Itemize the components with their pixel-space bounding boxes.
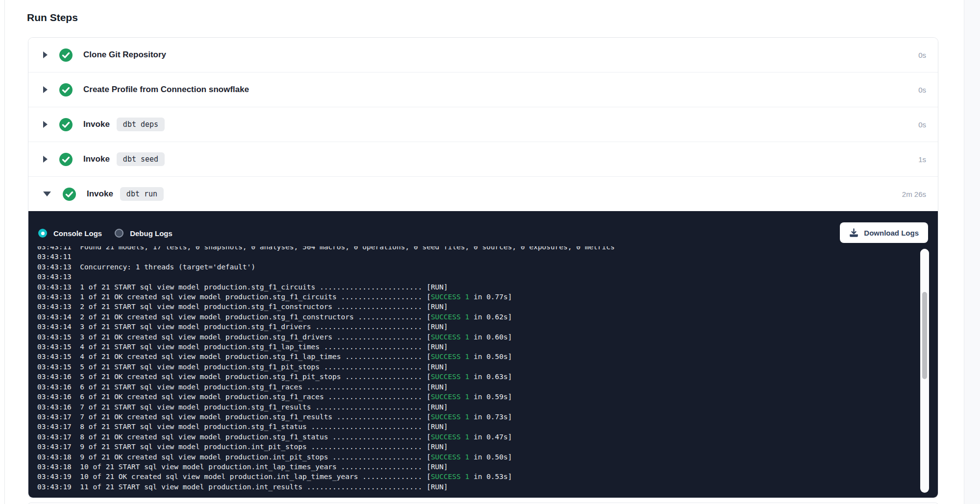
download-logs-button[interactable]: Download Logs bbox=[840, 222, 928, 243]
console-logs-label[interactable]: Console Logs bbox=[53, 229, 102, 238]
console-logs-radio[interactable] bbox=[38, 229, 47, 238]
log-line: 03:43:16 6 of 21 OK created sql view mod… bbox=[37, 392, 919, 402]
console-log-output[interactable]: 03:43:11 Found 21 models, 17 tests, 0 sn… bbox=[37, 246, 919, 496]
log-scrollbar-track[interactable] bbox=[920, 249, 929, 493]
expand-caret-icon[interactable] bbox=[43, 156, 48, 163]
step-label: Create Profile from Connection snowflake bbox=[83, 85, 249, 95]
log-line: 03:43:14 3 of 21 START sql view model pr… bbox=[37, 322, 919, 332]
log-line: 03:43:15 4 of 21 START sql view model pr… bbox=[37, 342, 919, 352]
log-line: 03:43:15 4 of 21 OK created sql view mod… bbox=[37, 352, 919, 361]
step-label: Invoke bbox=[83, 120, 110, 129]
step-duration: 1s bbox=[918, 155, 926, 164]
log-line: 03:43:13 1 of 21 OK created sql view mod… bbox=[37, 292, 919, 302]
log-line: 03:43:15 3 of 21 OK created sql view mod… bbox=[37, 332, 919, 342]
log-line: 03:43:11 Found 21 models, 17 tests, 0 sn… bbox=[37, 246, 919, 252]
step-label: Clone Git Repository bbox=[83, 50, 166, 60]
debug-logs-label[interactable]: Debug Logs bbox=[130, 229, 172, 238]
step-duration: 2m 26s bbox=[902, 190, 926, 198]
step-command-badge: dbt seed bbox=[117, 152, 165, 166]
expand-caret-icon[interactable] bbox=[43, 51, 48, 58]
log-line: 03:43:13 Concurrency: 1 threads (target=… bbox=[37, 262, 919, 272]
log-line: 03:43:16 5 of 21 OK created sql view mod… bbox=[37, 372, 919, 382]
log-line: 03:43:17 8 of 21 START sql view model pr… bbox=[37, 422, 919, 432]
log-line: 03:43:18 10 of 21 START sql view model p… bbox=[37, 462, 919, 472]
debug-logs-option[interactable]: Debug Logs bbox=[115, 229, 172, 238]
console-logs-option[interactable]: Console Logs bbox=[38, 229, 102, 238]
run-steps-card: Clone Git Repository 0s Create Profile f… bbox=[28, 37, 938, 498]
log-line: 03:43:16 7 of 21 START sql view model pr… bbox=[37, 402, 919, 412]
run-step-row[interactable]: Invoke dbt seed 1s bbox=[28, 142, 938, 176]
step-label: Invoke bbox=[87, 189, 113, 199]
success-check-icon bbox=[63, 188, 76, 201]
log-scrollbar-thumb[interactable] bbox=[922, 292, 927, 379]
log-type-radio-group: Console Logs Debug Logs bbox=[38, 229, 172, 238]
log-line: 03:43:18 9 of 21 OK created sql view mod… bbox=[37, 452, 919, 462]
download-logs-button-label: Download Logs bbox=[864, 229, 919, 237]
success-check-icon bbox=[59, 48, 73, 62]
expand-caret-icon[interactable] bbox=[43, 121, 48, 128]
run-step-row[interactable]: Clone Git Repository 0s bbox=[28, 38, 938, 72]
step-logs-panel: Console Logs Debug Logs Download Logs 03… bbox=[28, 211, 938, 498]
run-step-row[interactable]: Create Profile from Connection snowflake… bbox=[28, 72, 938, 107]
expand-caret-icon[interactable] bbox=[43, 192, 51, 196]
run-step-row[interactable]: Invoke dbt deps 0s bbox=[28, 107, 938, 142]
step-command-badge: dbt deps bbox=[117, 118, 165, 131]
success-check-icon bbox=[59, 118, 73, 131]
log-line: 03:43:17 9 of 21 START sql view model pr… bbox=[37, 442, 919, 452]
log-line: 03:43:19 10 of 21 OK created sql view mo… bbox=[37, 472, 919, 481]
success-check-icon bbox=[59, 83, 73, 96]
page-title: Run Steps bbox=[27, 12, 78, 24]
debug-logs-radio[interactable] bbox=[115, 229, 123, 238]
left-panel-divider bbox=[4, 0, 5, 504]
step-label: Invoke bbox=[83, 154, 110, 164]
log-line: 03:43:17 8 of 21 OK created sql view mod… bbox=[37, 432, 919, 442]
step-duration: 0s bbox=[918, 120, 926, 129]
log-line: 03:43:13 1 of 21 START sql view model pr… bbox=[37, 282, 919, 292]
log-line: 03:43:15 5 of 21 START sql view model pr… bbox=[37, 362, 919, 372]
log-line: 03:43:13 2 of 21 START sql view model pr… bbox=[37, 302, 919, 312]
log-line: 03:43:16 6 of 21 START sql view model pr… bbox=[37, 382, 919, 392]
download-icon bbox=[849, 228, 858, 238]
log-line: 03:43:11 bbox=[37, 252, 919, 262]
log-line: 03:43:14 2 of 21 OK created sql view mod… bbox=[37, 312, 919, 322]
log-line: 03:43:19 11 of 21 START sql view model p… bbox=[37, 482, 919, 492]
step-duration: 0s bbox=[918, 86, 926, 94]
step-duration: 0s bbox=[918, 51, 926, 59]
step-command-badge: dbt run bbox=[120, 187, 164, 201]
log-line: 03:43:13 bbox=[37, 272, 919, 282]
run-step-row[interactable]: Invoke dbt run 2m 26s bbox=[28, 176, 938, 211]
expand-caret-icon[interactable] bbox=[43, 86, 48, 93]
run-steps-list: Clone Git Repository 0s Create Profile f… bbox=[28, 38, 938, 211]
log-line: 03:43:17 7 of 21 OK created sql view mod… bbox=[37, 412, 919, 422]
success-check-icon bbox=[59, 153, 73, 166]
right-side-rail bbox=[964, 0, 980, 504]
